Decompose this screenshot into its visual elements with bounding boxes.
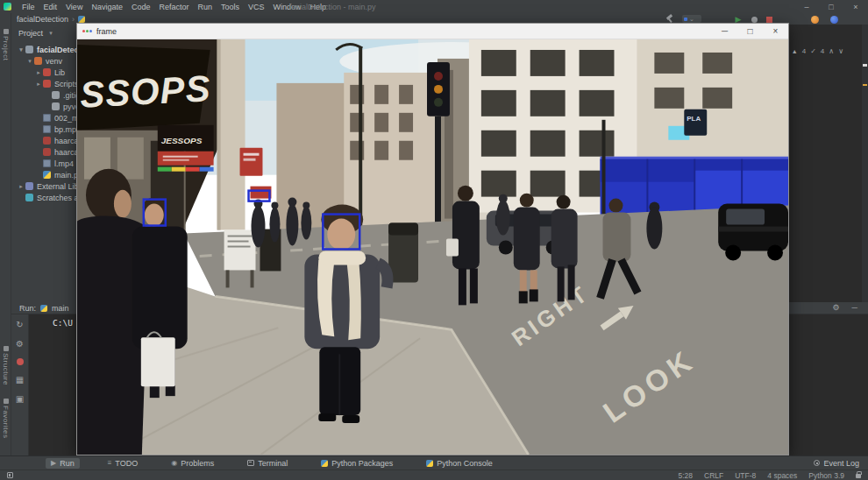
editor-scrollbar[interactable] [862, 25, 868, 302]
menu-tools[interactable]: Tools [217, 3, 244, 11]
left-toolwindow-bar: Project Structure Favorites [0, 13, 11, 455]
toolwindow-button-python-packages[interactable]: Python Packages [316, 458, 398, 469]
xml-file-icon [43, 137, 51, 145]
run-config-dropdown[interactable]: ⌄ [682, 15, 701, 23]
toolwindow-switcher-icon[interactable] [7, 472, 13, 478]
python-icon [426, 460, 433, 467]
video-file-icon [43, 114, 51, 122]
scratches-icon [25, 194, 33, 201]
red-sale-sign [240, 148, 263, 176]
chevron-expanded-icon[interactable] [25, 58, 34, 65]
play-icon: ▶ [51, 459, 56, 467]
todo-list-icon: ≡ [108, 459, 112, 467]
maximize-icon[interactable]: □ [819, 0, 843, 13]
chevron-collapsed-icon[interactable] [34, 81, 43, 88]
minimize-icon[interactable]: – [794, 0, 819, 13]
opencv-window-titlebar[interactable]: frame ─ □ × [77, 24, 788, 39]
rerun-icon[interactable]: ↻ [16, 320, 23, 329]
indent-setting[interactable]: 4 spaces [767, 471, 797, 480]
event-log-button[interactable]: Event Log [814, 459, 859, 468]
toolwindow-button-python-console[interactable]: Python Console [421, 458, 498, 469]
window-title: facialDetection - main.py [289, 3, 376, 11]
toolwindow-button-project[interactable]: Project [0, 27, 11, 60]
toolwindow-button-run[interactable]: ▶ Run [46, 458, 80, 469]
hide-toolwindow-icon[interactable]: ─ [852, 303, 857, 312]
svg-text:JESSOPS: JESSOPS [161, 136, 203, 145]
lock-icon[interactable] [856, 474, 861, 478]
file-icon [52, 91, 60, 99]
menu-view[interactable]: View [61, 3, 87, 11]
jessops-small-sign: JESSOPS [158, 125, 214, 172]
menu-run[interactable]: Run [193, 3, 217, 11]
toolwindow-button-favorites[interactable]: Favorites [0, 397, 11, 438]
chevron-expanded-icon[interactable] [17, 46, 25, 53]
toolwindow-button-structure[interactable]: Structure [0, 344, 11, 385]
menu-refactor[interactable]: Refactor [154, 3, 193, 11]
caret-position[interactable]: 5:28 [678, 471, 693, 480]
weak-warning-count: 4 [802, 47, 806, 55]
favorites-toolwindow-icon [4, 399, 9, 404]
xml-file-icon [43, 148, 51, 156]
svg-text:PLA: PLA [687, 115, 701, 123]
problems-icon: ◉ [171, 459, 177, 467]
console-output[interactable]: C:\U [53, 318, 73, 328]
line-ending[interactable]: CRLF [704, 471, 723, 480]
file-icon [52, 102, 60, 110]
run-label: Run: [19, 304, 36, 313]
menu-vcs[interactable]: VCS [244, 3, 269, 11]
minimize-icon[interactable]: ─ [712, 24, 737, 39]
chevron-collapsed-icon[interactable] [17, 183, 25, 190]
bottom-toolwindow-bar: ▶ Run ≡ TODO ◉ Problems Terminal Python … [0, 455, 868, 469]
breadcrumb-separator-icon: › [72, 15, 75, 24]
pycharm-logo-icon [4, 3, 11, 11]
event-log-icon [814, 460, 820, 466]
pin-tab-icon[interactable]: ▣ [16, 394, 24, 404]
breadcrumb[interactable]: facialDetection [17, 15, 68, 24]
terminal-icon [247, 460, 254, 466]
typo-check-icon: ✓ [810, 47, 816, 55]
toolwindow-button-todo[interactable]: ≡ TODO [103, 458, 144, 469]
restore-layout-icon[interactable]: ▦ [16, 375, 24, 385]
opencv-frame-window[interactable]: frame ─ □ × [76, 23, 789, 455]
libraries-icon [25, 182, 33, 190]
trash-bin [388, 223, 418, 283]
library-folder-icon [43, 68, 51, 76]
maximize-icon[interactable]: □ [737, 24, 763, 39]
python-icon [321, 460, 328, 467]
menu-file[interactable]: File [18, 3, 39, 11]
red-sale-sign-2 [251, 187, 272, 199]
run-settings-icon[interactable]: ⚙ [16, 339, 24, 349]
stop-process-icon[interactable] [17, 358, 24, 365]
file-encoding[interactable]: UTF-8 [735, 471, 756, 480]
pycharm-ide-window: File Edit View Navigate Code Refactor Ru… [0, 0, 868, 480]
avatar-blue-icon[interactable] [829, 14, 839, 24]
run-toolbar: ↻ ⚙ ▦ ▣ [11, 314, 29, 455]
menu-navigate[interactable]: Navigate [87, 3, 127, 11]
opencv-window-icon [82, 30, 92, 32]
main-menu: File Edit View Navigate Code Refactor Ru… [18, 3, 331, 11]
close-icon[interactable]: × [843, 0, 868, 13]
typo-count: 4 [821, 47, 824, 55]
opencv-window-controls: ─ □ × [712, 24, 788, 39]
close-icon[interactable]: × [763, 24, 788, 39]
avatar-orange-icon[interactable] [809, 14, 820, 24]
scripts-folder-icon [43, 80, 51, 88]
python-file-icon [78, 16, 85, 23]
chevron-down-icon[interactable] [46, 30, 55, 37]
video-frame-image: PLA [77, 39, 788, 455]
toolwindow-button-terminal[interactable]: Terminal [242, 458, 293, 469]
menu-edit[interactable]: Edit [39, 3, 62, 11]
toolwindow-button-problems[interactable]: ◉ Problems [166, 458, 219, 469]
run-tab-main[interactable]: main [52, 304, 69, 313]
excluded-folder-icon [34, 57, 42, 65]
chevron-collapsed-icon[interactable] [34, 69, 43, 76]
opencv-window-title: frame [96, 27, 117, 36]
python-interpreter[interactable]: Python 3.9 [808, 471, 844, 480]
run-settings-gear-icon[interactable]: ⚙ [833, 303, 840, 312]
prev-problem-icon[interactable]: ∧ [829, 47, 834, 55]
next-problem-icon[interactable]: ∨ [838, 47, 843, 55]
python-file-icon [43, 171, 51, 179]
project-panel-title[interactable]: Project [18, 29, 43, 38]
python-run-tab-icon [40, 305, 47, 312]
menu-code[interactable]: Code [127, 3, 155, 11]
